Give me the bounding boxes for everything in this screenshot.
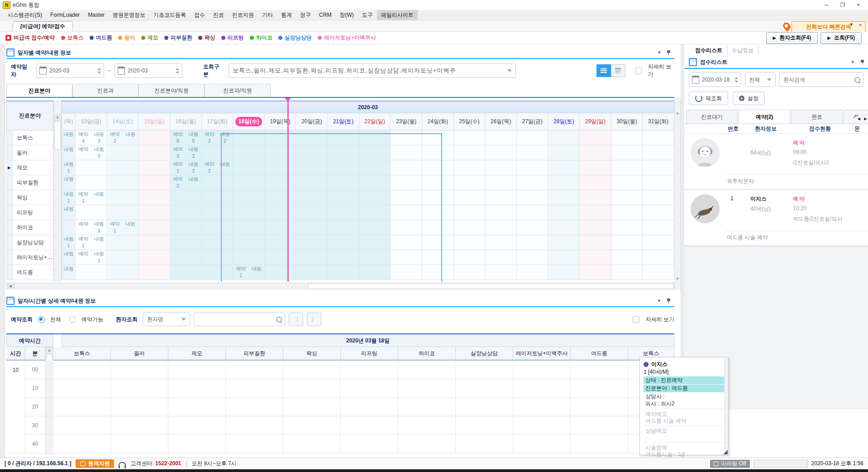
date-header-31일(화)[interactable]: 31일(화) — [643, 113, 674, 130]
calendar-cell[interactable] — [359, 265, 391, 280]
list-view-button[interactable] — [596, 64, 611, 77]
slot-cell[interactable] — [53, 416, 111, 435]
calendar-cell[interactable]: 예약1내원 — [233, 265, 265, 280]
slot-cell[interactable] — [226, 361, 283, 379]
tab-진료과/직원[interactable]: 진료과/직원 — [205, 84, 271, 97]
calendar-cell[interactable] — [138, 175, 170, 190]
date-header-19일(목)[interactable]: 19일(목) — [265, 113, 296, 130]
calendar-row-scrollbar[interactable]: ▲ — [53, 101, 62, 282]
calendar-cell[interactable] — [328, 250, 359, 265]
menu-item-FormLoader[interactable]: FormLoader — [46, 10, 84, 19]
calendar-row-label[interactable]: 리프팅 — [6, 205, 53, 220]
calendar-cell[interactable] — [548, 190, 580, 205]
menu-item-청구[interactable]: 청구 — [296, 10, 315, 20]
calendar-cell[interactable] — [265, 130, 296, 145]
calendar-cell[interactable] — [580, 145, 611, 160]
date-header-27일(금)[interactable]: 27일(금) — [517, 113, 548, 130]
slot-cell[interactable] — [456, 398, 513, 416]
calendar-cell[interactable] — [548, 205, 580, 220]
calendar-cell[interactable] — [611, 130, 643, 145]
slot-cell[interactable] — [341, 398, 398, 416]
calendar-cell[interactable] — [170, 190, 202, 205]
calendar-cell[interactable] — [138, 130, 170, 145]
calendar-cell[interactable] — [138, 265, 170, 280]
calendar-cell[interactable] — [233, 235, 265, 250]
calendar-cell[interactable] — [454, 265, 486, 280]
calendar-cell[interactable] — [517, 205, 548, 220]
panel-top-tab-접수리스트[interactable]: 접수리스트 — [691, 47, 727, 54]
calendar-cell[interactable] — [76, 175, 107, 190]
calendar-cell[interactable] — [580, 190, 611, 205]
menu-item-진료지원[interactable]: 진료지원 — [228, 10, 258, 20]
calendar-cell[interactable] — [391, 145, 422, 160]
calendar-cell[interactable] — [391, 160, 422, 175]
calendar-cell[interactable] — [107, 235, 139, 250]
calendar-cell[interactable] — [548, 160, 580, 175]
calendar-cell[interactable] — [265, 145, 296, 160]
calendar-cell[interactable] — [548, 265, 580, 280]
calendar-cell[interactable]: 예약3내원2 — [170, 145, 202, 160]
calendar-cell[interactable]: 예약1내원2 — [170, 160, 202, 175]
slot-cell[interactable] — [283, 416, 341, 435]
calendar-cell[interactable] — [548, 220, 580, 235]
scroll-up-icon[interactable]: ▲ — [54, 114, 61, 121]
slot-cell[interactable] — [571, 361, 628, 379]
calendar-cell[interactable] — [76, 205, 107, 220]
pin-icon[interactable] — [860, 60, 864, 65]
calendar-cell[interactable] — [517, 145, 548, 160]
calendar-cell[interactable] — [170, 235, 202, 250]
calendar-cell[interactable] — [170, 265, 202, 280]
slot-cell[interactable] — [111, 435, 168, 453]
date-header-13일(금)[interactable]: 13일(금) — [76, 113, 107, 130]
calendar-cell[interactable] — [422, 250, 454, 265]
calendar-cell[interactable] — [391, 265, 422, 280]
calendar-cell[interactable] — [202, 250, 234, 265]
calendar-cell[interactable] — [611, 145, 643, 160]
date-to-field[interactable]: 2020-03 — [114, 63, 182, 78]
calendar-cell[interactable]: 예약8내원5 — [170, 130, 202, 145]
menu-item-기타[interactable]: 기타 — [258, 10, 277, 20]
calendar-cell[interactable] — [359, 160, 391, 175]
calendar-cell[interactable] — [517, 265, 548, 280]
calendar-cell[interactable] — [485, 205, 517, 220]
calendar-cell[interactable] — [328, 175, 359, 190]
tab-진료과[interactable]: 진료과 — [72, 84, 138, 97]
scroll-up-icon[interactable]: ▲ — [675, 98, 680, 115]
calendar-cell[interactable] — [359, 175, 391, 190]
calendar-cell[interactable] — [265, 235, 296, 250]
tab-진료분야[interactable]: 진료분야 — [6, 84, 72, 97]
calendar-cell[interactable] — [454, 205, 486, 220]
slot-cell[interactable] — [226, 416, 283, 435]
tooltip-resize-handle[interactable] — [723, 450, 728, 454]
calendar-cell[interactable]: 내원 — [62, 175, 76, 190]
calendar-row-label[interactable]: ▶제모 — [6, 160, 53, 175]
calendar-cell[interactable] — [422, 220, 454, 235]
calendar-cell[interactable] — [296, 130, 328, 145]
menu-item-진료[interactable]: 진료 — [209, 10, 228, 20]
slot-cell[interactable] — [571, 435, 628, 453]
slot-cell[interactable] — [398, 435, 456, 453]
spinner-icon[interactable] — [734, 77, 738, 83]
calendar-cell[interactable] — [202, 205, 234, 220]
calendar-cell[interactable]: 예약1내원 — [76, 190, 107, 205]
calendar-cell[interactable]: 예약4내원3 — [76, 130, 107, 145]
calendar-cell[interactable] — [202, 175, 234, 190]
calendar-cell[interactable]: 예약2내원 — [107, 130, 139, 145]
calendar-row-label[interactable]: 필러 — [6, 145, 53, 160]
refresh-button[interactable]: 재조회 — [689, 92, 728, 105]
patient-name-select[interactable]: 환자명 — [143, 313, 190, 326]
calendar-cell[interactable] — [517, 220, 548, 235]
calendar-cell[interactable] — [643, 220, 674, 235]
reception-search-box[interactable] — [779, 72, 863, 87]
slot-cell[interactable] — [341, 361, 398, 379]
calendar-cell[interactable] — [391, 205, 422, 220]
status-tab-완료[interactable]: 완료 — [791, 110, 843, 124]
calendar-cell[interactable] — [296, 250, 328, 265]
panel-top-tab-수납정보[interactable]: 수납정보 — [727, 47, 758, 54]
menu-item-CRM[interactable]: CRM — [315, 10, 335, 19]
slot-cell[interactable] — [53, 435, 111, 453]
calendar-cell[interactable] — [138, 190, 170, 205]
date-header-17일(화)[interactable]: 17일(화) — [202, 113, 234, 130]
slot-cell[interactable] — [398, 416, 456, 435]
calendar-cell[interactable] — [391, 130, 422, 145]
